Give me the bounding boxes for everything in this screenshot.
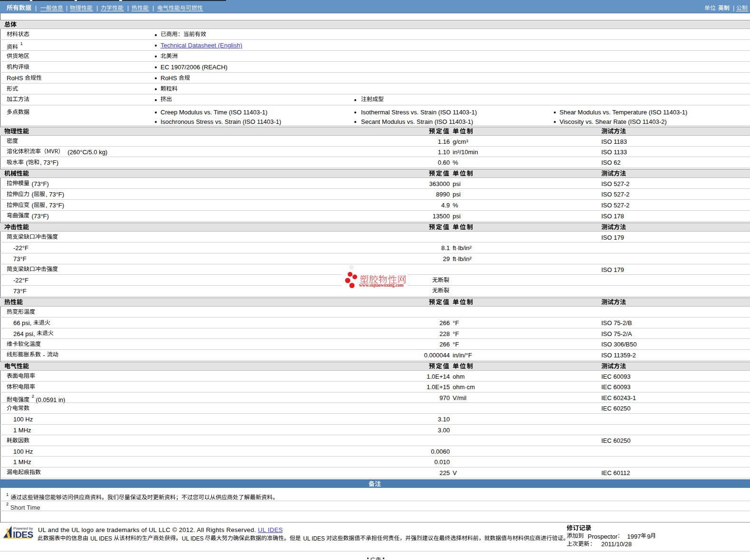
svg-text:IDES: IDES bbox=[13, 530, 33, 540]
